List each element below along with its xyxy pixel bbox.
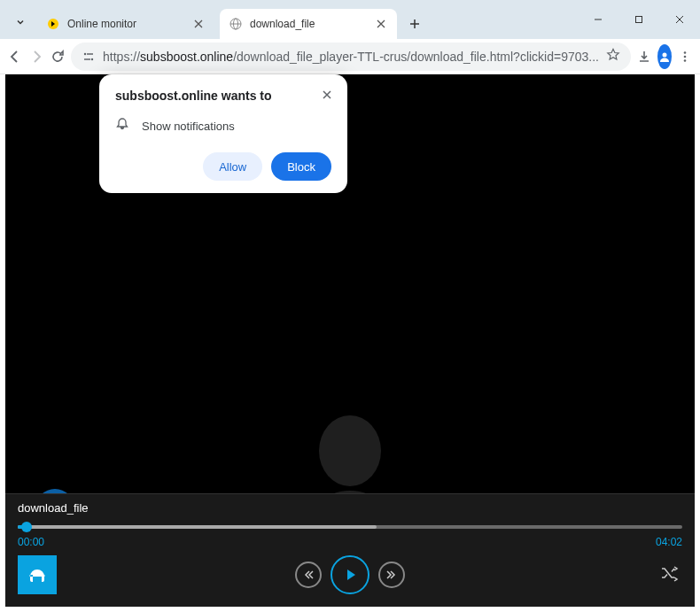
svg-point-8 xyxy=(91,58,93,59)
downloads-button[interactable] xyxy=(636,43,652,71)
current-time: 00:00 xyxy=(18,536,44,548)
progress-bar[interactable] xyxy=(18,518,682,536)
svg-point-10 xyxy=(663,52,667,57)
new-tab-button[interactable] xyxy=(402,12,427,36)
popup-message-row: Show notifications xyxy=(115,117,331,135)
previous-button[interactable] xyxy=(295,562,322,588)
popup-buttons: Allow Block xyxy=(115,152,331,181)
reload-button[interactable] xyxy=(50,43,66,71)
star-icon[interactable] xyxy=(606,48,620,66)
minimize-button[interactable] xyxy=(578,5,618,34)
profile-button[interactable] xyxy=(657,44,672,69)
close-icon[interactable] xyxy=(319,87,335,103)
total-time: 04:02 xyxy=(656,536,682,548)
back-button[interactable] xyxy=(7,43,23,71)
progress-thumb[interactable] xyxy=(21,522,32,532)
browser-toolbar: https://subsboost.online/download_file_p… xyxy=(0,39,700,74)
maximize-button[interactable] xyxy=(618,5,659,34)
site-settings-icon[interactable] xyxy=(82,50,96,64)
bell-icon xyxy=(115,117,129,135)
window-controls xyxy=(578,0,700,39)
notification-permission-popup: subsboost.online wants to Show notificat… xyxy=(99,74,347,193)
menu-button[interactable] xyxy=(677,43,693,71)
close-window-button[interactable] xyxy=(659,5,700,34)
svg-point-14 xyxy=(319,415,381,486)
popup-message: Show notifications xyxy=(142,120,235,133)
svg-point-12 xyxy=(684,55,687,58)
address-bar[interactable]: https://subsboost.online/download_file_p… xyxy=(71,43,631,71)
norton-icon xyxy=(46,17,60,31)
url-text: https://subsboost.online/download_file_p… xyxy=(103,50,599,64)
track-title: download_file xyxy=(5,494,695,518)
tab-search-dropdown[interactable] xyxy=(7,7,34,37)
close-icon[interactable] xyxy=(374,17,388,31)
browser-titlebar: Online monitor download_file xyxy=(0,0,700,39)
audio-player: download_file 00:00 04:02 xyxy=(5,493,695,607)
close-icon[interactable] xyxy=(191,17,206,31)
album-art[interactable] xyxy=(18,555,57,594)
tab-online-monitor[interactable]: Online monitor xyxy=(37,9,214,39)
svg-point-11 xyxy=(684,51,687,54)
next-button[interactable] xyxy=(378,562,405,588)
player-controls xyxy=(5,548,695,607)
svg-point-6 xyxy=(84,52,86,54)
block-button[interactable]: Block xyxy=(271,152,331,181)
tab-title: download_file xyxy=(250,18,374,30)
globe-icon xyxy=(229,17,243,31)
time-display: 00:00 04:02 xyxy=(5,536,695,548)
svg-rect-5 xyxy=(636,17,642,23)
allow-button[interactable]: Allow xyxy=(203,152,262,181)
svg-point-13 xyxy=(684,59,687,62)
tab-download-file[interactable]: download_file xyxy=(220,9,397,39)
tab-title: Online monitor xyxy=(67,18,191,30)
forward-button[interactable] xyxy=(28,43,44,71)
play-button[interactable] xyxy=(331,555,369,594)
popup-title: subsboost.online wants to xyxy=(115,89,331,103)
shuffle-button[interactable] xyxy=(659,563,679,586)
